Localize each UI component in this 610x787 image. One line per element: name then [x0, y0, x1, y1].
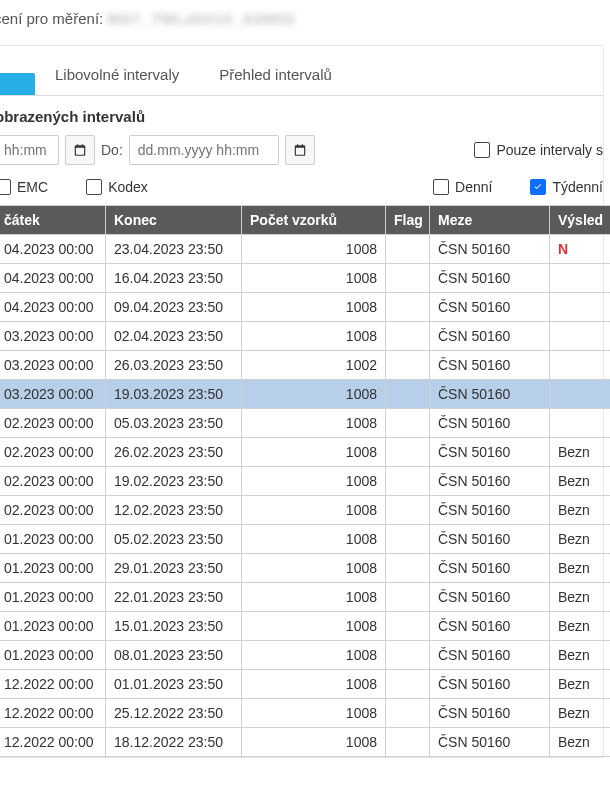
cell-end: 25.12.2022 23:50	[106, 699, 242, 728]
cell-end: 23.04.2023 23:50	[106, 235, 242, 264]
col-result[interactable]: Výsled	[550, 206, 611, 235]
tabs-bar: Libovolné intervaly Přehled intervalů	[0, 56, 603, 96]
cell-start: 12.2022 00:00	[0, 699, 106, 728]
cell-flag	[386, 264, 430, 293]
checkbox-icon	[86, 179, 102, 195]
cell-count: 1008	[242, 293, 386, 322]
table-row[interactable]: 01.2023 00:0005.02.2023 23:501008ČSN 501…	[0, 525, 610, 554]
cell-flag	[386, 235, 430, 264]
cell-start: 04.2023 00:00	[0, 264, 106, 293]
cell-meze: ČSN 50160	[430, 583, 550, 612]
cell-flag	[386, 438, 430, 467]
page-title: cení pro měření: MD7_TMLab010_A0M02	[0, 0, 604, 45]
col-end[interactable]: Konec	[106, 206, 242, 235]
col-meze[interactable]: Meze	[430, 206, 550, 235]
cell-result: Bezn	[550, 641, 611, 670]
table-row[interactable]: 03.2023 00:0026.03.2023 23:501002ČSN 501…	[0, 351, 610, 380]
from-calendar-button[interactable]	[65, 135, 95, 165]
cell-flag	[386, 612, 430, 641]
table-row[interactable]: 12.2022 00:0001.01.2023 23:501008ČSN 501…	[0, 670, 610, 699]
kodex-checkbox[interactable]: Kodex	[86, 179, 148, 195]
cell-count: 1008	[242, 554, 386, 583]
denni-checkbox[interactable]: Denní	[433, 179, 492, 195]
cell-start: 02.2023 00:00	[0, 438, 106, 467]
cell-meze: ČSN 50160	[430, 293, 550, 322]
cell-count: 1008	[242, 525, 386, 554]
cell-count: 1008	[242, 380, 386, 409]
table-row[interactable]: 12.2022 00:0025.12.2022 23:501008ČSN 501…	[0, 699, 610, 728]
cell-flag	[386, 351, 430, 380]
tab-libovolne-intervaly[interactable]: Libovolné intervaly	[35, 56, 199, 95]
table-row[interactable]: 04.2023 00:0009.04.2023 23:501008ČSN 501…	[0, 293, 610, 322]
col-count[interactable]: Počet vzorků	[242, 206, 386, 235]
table-row[interactable]: 02.2023 00:0026.02.2023 23:501008ČSN 501…	[0, 438, 610, 467]
table-header-row: čátek Konec Počet vzorků Flag Meze Výsle…	[0, 206, 610, 235]
emc-label: EMC	[17, 179, 48, 195]
to-calendar-button[interactable]	[285, 135, 315, 165]
table-row[interactable]: 04.2023 00:0016.04.2023 23:501008ČSN 501…	[0, 264, 610, 293]
cell-flag	[386, 409, 430, 438]
tydenni-checkbox[interactable]: Týdenní	[530, 179, 603, 195]
cell-meze: ČSN 50160	[430, 728, 550, 757]
cell-flag	[386, 641, 430, 670]
cell-flag	[386, 583, 430, 612]
cell-flag	[386, 525, 430, 554]
emc-checkbox[interactable]: EMC	[0, 179, 48, 195]
cell-result	[550, 293, 611, 322]
cell-start: 01.2023 00:00	[0, 525, 106, 554]
tab-active[interactable]	[0, 73, 35, 95]
from-time-input[interactable]	[0, 135, 59, 165]
table-row[interactable]: 04.2023 00:0023.04.2023 23:501008ČSN 501…	[0, 235, 610, 264]
cell-end: 15.01.2023 23:50	[106, 612, 242, 641]
cell-start: 02.2023 00:00	[0, 496, 106, 525]
cell-result: Bezn	[550, 467, 611, 496]
cell-meze: ČSN 50160	[430, 525, 550, 554]
cell-count: 1008	[242, 409, 386, 438]
to-label: Do:	[101, 142, 123, 158]
cell-result: Bezn	[550, 525, 611, 554]
table-row[interactable]: 02.2023 00:0019.02.2023 23:501008ČSN 501…	[0, 467, 610, 496]
table-row[interactable]: 03.2023 00:0019.03.2023 23:501008ČSN 501…	[0, 380, 610, 409]
cell-start: 04.2023 00:00	[0, 293, 106, 322]
cell-meze: ČSN 50160	[430, 235, 550, 264]
cell-end: 01.01.2023 23:50	[106, 670, 242, 699]
checkbox-icon	[474, 142, 490, 158]
cell-count: 1008	[242, 235, 386, 264]
table-row[interactable]: 01.2023 00:0022.01.2023 23:501008ČSN 501…	[0, 583, 610, 612]
cell-start: 01.2023 00:00	[0, 641, 106, 670]
cell-meze: ČSN 50160	[430, 496, 550, 525]
cell-start: 01.2023 00:00	[0, 554, 106, 583]
cell-meze: ČSN 50160	[430, 409, 550, 438]
col-start[interactable]: čátek	[0, 206, 106, 235]
table-row[interactable]: 01.2023 00:0029.01.2023 23:501008ČSN 501…	[0, 554, 610, 583]
checkbox-icon	[530, 179, 546, 195]
to-datetime-input[interactable]	[129, 135, 279, 165]
table-row[interactable]: 02.2023 00:0012.02.2023 23:501008ČSN 501…	[0, 496, 610, 525]
cell-count: 1008	[242, 670, 386, 699]
cell-start: 01.2023 00:00	[0, 612, 106, 641]
cell-count: 1008	[242, 438, 386, 467]
cell-result: Bezn	[550, 496, 611, 525]
table-row[interactable]: 03.2023 00:0002.04.2023 23:501008ČSN 501…	[0, 322, 610, 351]
tab-prehled-intervalu[interactable]: Přehled intervalů	[199, 56, 352, 95]
cell-end: 19.03.2023 23:50	[106, 380, 242, 409]
cell-flag	[386, 554, 430, 583]
table-row[interactable]: 01.2023 00:0015.01.2023 23:501008ČSN 501…	[0, 612, 610, 641]
cell-start: 12.2022 00:00	[0, 728, 106, 757]
cell-flag	[386, 293, 430, 322]
table-row[interactable]: 12.2022 00:0018.12.2022 23:501008ČSN 501…	[0, 728, 610, 757]
cell-flag	[386, 670, 430, 699]
col-flag[interactable]: Flag	[386, 206, 430, 235]
table-row[interactable]: 02.2023 00:0005.03.2023 23:501008ČSN 501…	[0, 409, 610, 438]
cell-result	[550, 380, 611, 409]
cell-start: 01.2023 00:00	[0, 583, 106, 612]
cell-end: 29.01.2023 23:50	[106, 554, 242, 583]
only-intervals-checkbox[interactable]: Pouze intervaly s	[474, 142, 603, 158]
tydenni-label: Týdenní	[552, 179, 603, 195]
cell-count: 1008	[242, 496, 386, 525]
cell-meze: ČSN 50160	[430, 264, 550, 293]
cell-result: N	[550, 235, 611, 264]
cell-result	[550, 409, 611, 438]
type-filter-row: EMC Kodex Denní Týdenní	[0, 175, 603, 205]
table-row[interactable]: 01.2023 00:0008.01.2023 23:501008ČSN 501…	[0, 641, 610, 670]
